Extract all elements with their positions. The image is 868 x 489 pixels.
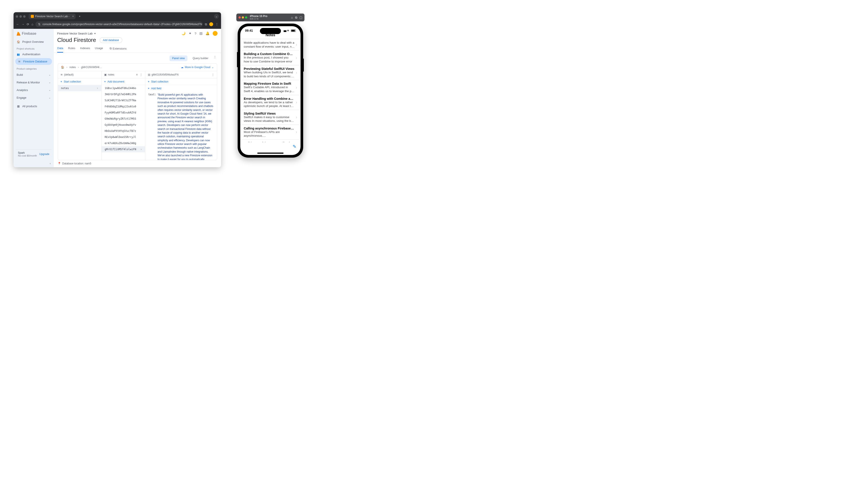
sidebar-collapse-icon[interactable]: ‹ [47,160,54,167]
note-subtitle: Most of Firebase's APIs are asynchronous… [244,130,294,138]
sidebar-all-products[interactable]: All products [13,103,54,109]
note-row[interactable]: Styling SwiftUI ViewsSwiftUI makes it ea… [240,110,301,125]
sim-device-name: iPhone 15 Pro [250,15,267,18]
extensions-icon[interactable]: ⧉ [205,23,207,26]
breadcrumb-separator [78,66,79,69]
all-products-label: All products [22,104,37,108]
tab-usage[interactable]: Usage [95,45,103,53]
spark-icon[interactable]: ✦ [189,31,191,35]
add-field-button[interactable]: Add field [145,85,217,92]
note-subtitle: As developers, we tend to be a rather op… [244,100,294,108]
document-item[interactable]: 1GBsc1pw8Gdfd6uI446o [101,85,145,91]
firebase-brand[interactable]: Firebase [13,29,54,38]
collection-item[interactable]: notes › [58,85,101,91]
address-bar[interactable]: console.firebase.google.com/project/fire… [35,22,203,27]
start-collection-button[interactable]: Start collection [58,78,101,85]
sim-traffic-lights[interactable] [239,17,247,19]
sidebar-item-authentication[interactable]: Authentication [13,51,54,58]
sim-home-icon[interactable]: ⌂ [291,16,293,20]
compose-icon[interactable]: ✎ [293,144,298,149]
column-menu-icon[interactable]: ⋮ [140,73,143,76]
close-tab-icon[interactable]: × [72,15,74,18]
note-row[interactable]: Building a Custom Combine Operat…In the … [240,51,301,65]
sidebar-cat-build[interactable]: Build⌄ [13,71,54,78]
console-main: Firestore Vector Search Lab ▾ 🌙 ✦ ? ▤ 🔔 … [54,29,221,167]
sidebar-cat-engage[interactable]: Engage⌄ [13,94,54,101]
tab-rules[interactable]: Rules [68,45,75,53]
browser-menu-icon[interactable]: ⋮ [215,23,218,26]
signal-icon [283,29,286,32]
note-row[interactable]: Previewing Stateful SwiftUI ViewsWhen bu… [240,65,301,80]
notifications-icon[interactable]: 🔔 [206,31,210,35]
sidebar-cat-analytics[interactable]: Analytics⌄ [13,86,54,94]
sidebar-project-overview[interactable]: Project Overview [13,38,52,45]
whatsnew-icon[interactable]: ▤ [199,31,203,35]
document-field[interactable]: text: "Build powerful gen AI application… [148,93,214,160]
note-row[interactable]: Mobile applications have to deal with a … [240,39,301,51]
tab-data[interactable]: Data [57,45,63,53]
tabs-dropdown-icon[interactable]: ⌄ [214,14,219,19]
col-title: gMrO1fIiXM5f4lolwzFN [152,73,179,76]
notes-list[interactable]: Mobile applications have to deal with a … [240,39,301,142]
document-item[interactable]: RExVp8wWlDeeS5RrryJl [101,134,145,140]
document-item[interactable]: G9mXWzRgryZR7zt17M5S [101,116,145,122]
document-item[interactable]: gMrO1fIiXM5f4lolwzFN› [101,146,145,152]
more-in-gc-link[interactable]: More in Google Cloud [185,66,210,69]
note-row[interactable]: Error Handling with Combine and S…As dev… [240,95,301,110]
breadcrumb-collection[interactable]: notes [69,66,76,69]
query-builder-chip[interactable]: Query builder [190,56,211,61]
home-icon[interactable] [31,23,33,26]
project-name[interactable]: Firestore Vector Search Lab [57,32,93,35]
sidebar-cat-release[interactable]: Release & Monitor⌄ [13,78,54,86]
document-item[interactable]: 5zK34R271brWt3zZffNa [101,97,145,103]
document-item[interactable]: er47vA8XuZ6vUmHwJA8g [101,140,145,146]
new-tab-button[interactable]: + [77,14,82,19]
start-collection-button[interactable]: Start collection [145,78,217,85]
home-icon [17,40,20,43]
theme-icon[interactable]: 🌙 [182,31,186,35]
chevron-right-icon: › [141,148,142,151]
filter-icon[interactable]: ≡ [136,73,137,76]
panel-view-chip[interactable]: Panel view [169,56,187,61]
site-settings-icon[interactable] [38,23,41,26]
document-item[interactable]: GybbVqm9jHoaodmwVpYv [101,122,145,128]
note-row[interactable]: Build powerful gen AI applications…Creat… [240,140,301,142]
simulator: iPhone 15 Pro iOS 17.4 ⌂ ⧉ ▢ 09:41 Notes… [236,13,305,158]
user-avatar-icon[interactable] [213,31,218,36]
view-menu-icon[interactable]: ⋮ [214,56,216,61]
breadcrumb: notes gMrO1fIiXM5f4l… More in Google Clo… [58,64,217,71]
tab-extensions[interactable]: ⧉ Extensions [110,45,127,53]
note-row[interactable]: Mapping Firestore Data in SwiftSwift's C… [240,80,301,95]
sim-screenshot-icon[interactable]: ⧉ [295,16,297,20]
add-database-button[interactable]: Add database [100,37,122,43]
chevron-down-icon: ⌄ [49,73,51,76]
window-traffic-lights[interactable] [16,15,26,18]
breadcrumb-home-icon[interactable] [61,66,64,69]
document-item[interactable]: HbOuUaPXtHYqSVucTB7z [101,128,145,134]
notes-toolbar: ✎ [240,142,301,153]
sidebar-section-categories: Product categories [13,65,54,71]
upgrade-button[interactable]: Upgrade [39,153,49,156]
profile-avatar-icon[interactable] [209,22,213,26]
column-menu-icon[interactable]: ⋮ [212,73,214,76]
chevron-down-icon[interactable] [212,66,214,69]
document-item[interactable]: FyyHOM5aRFTdEvukRZYd [101,109,145,116]
help-icon[interactable]: ? [195,32,196,35]
nav-forward-icon[interactable] [22,23,25,26]
breadcrumb-doc[interactable]: gMrO1fIiXM5f4l… [81,66,102,69]
sim-external-icon[interactable]: ▢ [300,16,302,20]
browser-tab[interactable]: Firestore Vector Search Lab - × [29,13,75,19]
home-indicator[interactable] [257,153,283,154]
add-document-button[interactable]: Add document [101,78,145,85]
reload-icon[interactable] [27,23,29,26]
project-overview-label: Project Overview [22,40,44,43]
note-row[interactable]: Calling asynchronous Firebase API…Most o… [240,125,301,140]
plus-icon [148,87,149,90]
document-item[interactable]: F4h8OdqZ1UMqz23xAto0 [101,103,145,109]
nav-back-icon[interactable] [16,23,19,26]
project-dropdown-icon[interactable]: ▾ [94,32,96,35]
sidebar-item-firestore[interactable]: Firestore Database [15,58,52,65]
note-title: Calling asynchronous Firebase API… [244,127,294,130]
document-item[interactable]: 3HdrUrDFgS7eE4HRi2Pm [101,91,145,97]
tab-indexes[interactable]: Indexes [80,45,90,53]
